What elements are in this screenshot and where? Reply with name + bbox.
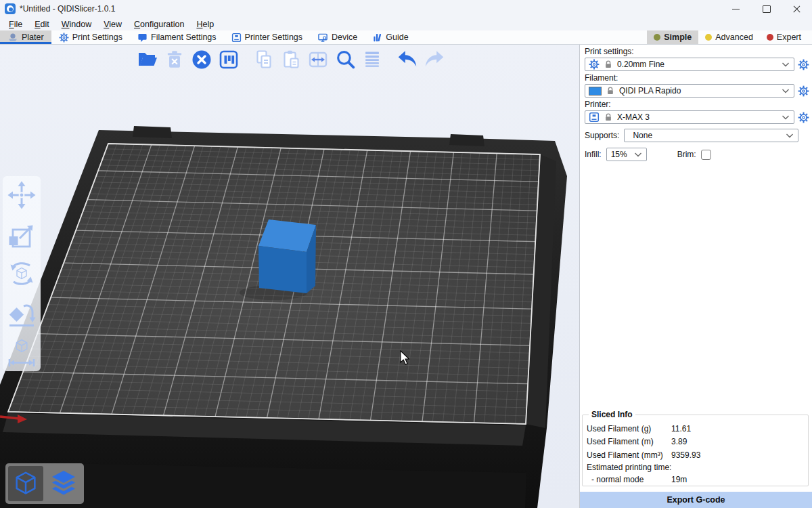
minimize-button[interactable] <box>721 0 751 18</box>
profile-gear-icon <box>589 59 600 70</box>
printer-icon <box>589 112 600 123</box>
menu-help[interactable]: Help <box>190 19 220 30</box>
paste-button[interactable] <box>279 47 303 72</box>
chevron-down-icon <box>786 133 794 138</box>
arrange-icon <box>218 49 240 70</box>
close-button[interactable] <box>782 0 812 18</box>
sliced-info-row: Used Filament (m) 3.89 <box>587 436 804 449</box>
mode-advanced[interactable]: Advanced <box>698 30 760 44</box>
delete-all-button[interactable] <box>189 47 214 72</box>
lock-icon <box>604 60 613 69</box>
app-logo-icon <box>5 3 16 14</box>
lock-icon <box>606 86 615 96</box>
title-bar: *Untitled - QIDISlicer-1.0.1 <box>0 0 812 18</box>
printer-value: X-MAX 3 <box>617 112 777 122</box>
editor-3d-view-button[interactable] <box>8 466 43 501</box>
infill-label: Infill: <box>585 150 602 159</box>
maximize-button[interactable] <box>751 0 782 18</box>
filament-label: Filament: <box>585 73 812 83</box>
device-monitor-icon <box>317 33 328 43</box>
filament-value: QIDI PLA Rapido <box>619 86 777 96</box>
variable-layer-height-button[interactable] <box>360 47 384 72</box>
arrange-button[interactable] <box>217 47 241 72</box>
brim-checkbox[interactable] <box>701 150 711 160</box>
sliced-info-box: Sliced Info Used Filament (g) 11.61 Used… <box>582 415 809 486</box>
supports-value: None <box>633 131 782 140</box>
tab-plater[interactable]: Plater <box>0 30 51 44</box>
edit-printer-button[interactable] <box>797 111 810 124</box>
chevron-down-icon <box>782 62 790 67</box>
place-on-face-icon <box>7 298 37 328</box>
copy-button[interactable] <box>252 47 276 72</box>
maximize-icon <box>763 5 771 13</box>
chevron-down-icon <box>782 114 790 120</box>
tab-guide[interactable]: Guide <box>365 30 415 44</box>
simple-mode-dot-icon <box>654 34 660 41</box>
split-objects-button[interactable] <box>306 47 330 72</box>
measure-icon <box>7 337 37 367</box>
preview-layers-view-button[interactable] <box>46 466 81 501</box>
object-manipulation-toolbar <box>3 176 41 371</box>
gear-icon <box>798 112 809 123</box>
menu-view[interactable]: View <box>97 19 128 30</box>
tab-device[interactable]: Device <box>310 30 365 44</box>
view-mode-toggles <box>5 463 84 504</box>
minimize-icon <box>732 9 740 9</box>
undo-button[interactable] <box>395 47 420 72</box>
mode-expert[interactable]: Expert <box>760 30 808 44</box>
rotate-tool-button[interactable] <box>5 257 38 290</box>
printer-label: Printer: <box>585 100 812 109</box>
supports-combo[interactable]: None <box>624 129 798 142</box>
delete-button[interactable] <box>162 47 187 72</box>
bed-clip-right <box>449 134 484 146</box>
infill-value: 15% <box>611 150 630 159</box>
print-settings-combo[interactable]: 0.20mm Fine <box>585 58 794 71</box>
viewport-3d[interactable] <box>0 45 579 508</box>
settings-panel: Print settings: 0.20mm Fine Filament: QI… <box>579 45 812 508</box>
place-on-face-tool-button[interactable] <box>5 297 38 329</box>
paste-icon <box>280 49 302 70</box>
scale-tool-button[interactable] <box>5 218 38 251</box>
tab-bar: Plater Print Settings Filament Settings … <box>0 30 812 45</box>
measure-tool-button[interactable] <box>5 336 38 368</box>
export-gcode-button[interactable]: Export G-code <box>580 492 812 508</box>
edit-print-settings-button[interactable] <box>797 58 810 71</box>
move-tool-button[interactable] <box>5 179 38 211</box>
chevron-down-icon <box>634 152 642 157</box>
edit-filament-button[interactable] <box>797 85 810 98</box>
filament-icon <box>137 33 148 43</box>
scene-canvas[interactable] <box>0 45 579 508</box>
print-settings-label: Print settings: <box>585 47 812 56</box>
lock-icon <box>604 112 613 122</box>
layers-preview-icon <box>49 469 78 499</box>
open-folder-icon <box>137 49 158 70</box>
tab-printer-settings[interactable]: Printer Settings <box>224 30 310 44</box>
mode-simple[interactable]: Simple <box>647 30 698 44</box>
sliced-info-title: Sliced Info <box>589 410 635 419</box>
tab-filament-settings[interactable]: Filament Settings <box>130 30 224 44</box>
printer-combo[interactable]: X-MAX 3 <box>585 110 794 124</box>
split-objects-icon <box>307 49 329 70</box>
brim-label: Brim: <box>677 150 696 159</box>
tab-print-settings[interactable]: Print Settings <box>51 30 130 44</box>
model-cube[interactable] <box>258 219 316 293</box>
rotate-icon <box>7 259 37 289</box>
redo-button[interactable] <box>422 47 447 72</box>
filament-combo[interactable]: QIDI PLA Rapido <box>585 84 794 98</box>
bed-clip-left <box>133 126 172 138</box>
menu-window[interactable]: Window <box>55 19 97 30</box>
menu-configuration[interactable]: Configuration <box>128 19 190 30</box>
printer-icon <box>231 33 242 43</box>
infill-combo[interactable]: 15% <box>606 148 647 161</box>
scale-icon <box>7 219 37 249</box>
plater-toolbar <box>135 47 447 72</box>
close-icon <box>792 5 801 14</box>
menu-edit[interactable]: Edit <box>28 19 55 30</box>
open-button[interactable] <box>135 47 160 72</box>
delete-all-icon <box>191 49 212 70</box>
printing-time-header: Estimated printing time: <box>587 462 804 473</box>
cube-3d-view-icon <box>12 469 40 498</box>
menu-file[interactable]: File <box>3 19 28 30</box>
search-button[interactable] <box>333 47 357 72</box>
undo-icon <box>396 48 419 71</box>
